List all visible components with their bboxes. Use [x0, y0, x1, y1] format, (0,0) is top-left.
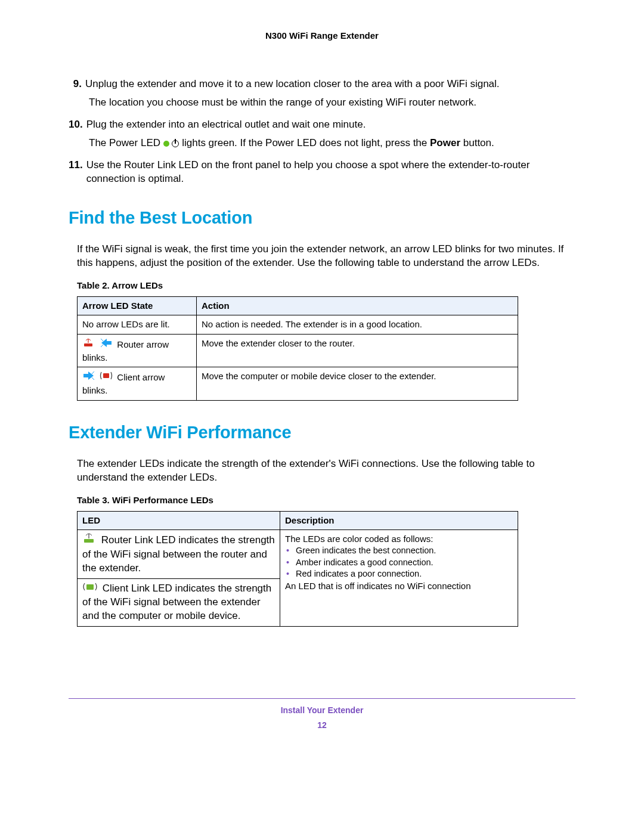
svg-line-6 [92, 371, 94, 374]
step-text: Use the Router Link LED on the front pan… [86, 159, 575, 186]
step-11: 11. Use the Router Link LED on the front… [69, 159, 575, 186]
desc-intro: The LEDs are color coded as follows: [285, 533, 513, 545]
svg-rect-9 [84, 539, 94, 543]
svg-marker-5 [83, 371, 94, 380]
green-led-dot-icon [163, 141, 169, 147]
table-row: Client arrow blinks. Move the computer o… [78, 367, 518, 400]
find-intro: If the WiFi signal is weak, the first ti… [77, 243, 575, 270]
router-red-icon [82, 338, 95, 351]
client-red-icon [100, 371, 113, 383]
table-row: Router Link LED indicates the strength o… [78, 530, 518, 579]
svg-marker-2 [101, 339, 112, 347]
cell-description: The LEDs are color coded as follows: Gre… [280, 530, 518, 627]
col-arrow-state: Arrow LED State [78, 297, 197, 315]
col-led: LED [78, 511, 280, 529]
arrow-leds-table: Arrow LED State Action No arrow LEDs are… [77, 296, 518, 400]
list-item: Amber indicates a good connection. [286, 557, 513, 569]
text-mid: lights green. If the Power LED does not … [182, 137, 430, 148]
col-description: Description [280, 511, 518, 529]
table3-caption: Table 3. WiFi Performance LEDs [77, 494, 575, 506]
step-9-sub: The location you choose must be within t… [89, 96, 575, 110]
cell-state: No arrow LEDs are lit. [78, 315, 197, 334]
led-client-text: Client Link LED indicates the strength o… [82, 583, 271, 621]
color-code-list: Green indicates the best connection. Amb… [285, 545, 513, 580]
list-item: Red indicates a poor connection. [286, 568, 513, 580]
page-number: 12 [69, 720, 575, 731]
table-header-row: LED Description [78, 511, 518, 529]
led-router-text: Router Link LED indicates the strength o… [82, 534, 275, 574]
client-link-green-icon [82, 582, 98, 596]
svg-line-3 [101, 339, 103, 341]
wifi-performance-table: LED Description Router Link LED indicate… [77, 511, 518, 627]
cell-action: No action is needed. The extender is in … [197, 315, 518, 334]
step-10: 10. Plug the extender into an electrical… [69, 118, 575, 132]
step-number: 9. [69, 78, 85, 91]
document-header: N300 WiFi Range Extender [69, 30, 575, 42]
step-10-sub: The Power LED lights green. If the Power… [89, 137, 575, 150]
svg-line-4 [101, 345, 103, 347]
table-header-row: Arrow LED State Action [78, 297, 518, 315]
cell-state: Router arrow blinks. [78, 334, 197, 367]
step-9: 9. Unplug the extender and move it to a … [69, 78, 575, 91]
heading-find-best-location: Find the Best Location [69, 206, 575, 230]
step-text: Plug the extender into an electrical out… [86, 118, 575, 132]
step-number: 11. [69, 159, 86, 186]
cell-action: Move the extender closer to the router. [197, 334, 518, 367]
heading-extender-wifi-performance: Extender WiFi Performance [69, 421, 575, 444]
cell-led-client: Client Link LED indicates the strength o… [78, 578, 280, 626]
table-row: No arrow LEDs are lit. No action is need… [78, 315, 518, 334]
power-icon [172, 140, 179, 147]
svg-rect-0 [84, 343, 92, 346]
text-bold: Power [430, 137, 460, 148]
text-pre: The Power LED [89, 137, 163, 148]
table-row: Router arrow blinks. Move the extender c… [78, 334, 518, 367]
arrow-blue-icon [100, 337, 113, 351]
step-text: Unplug the extender and move it to a new… [85, 78, 575, 91]
router-link-green-icon [82, 533, 97, 548]
text-post: button. [463, 137, 494, 148]
perf-intro: The extender LEDs indicate the strength … [77, 457, 575, 485]
step-number: 10. [69, 118, 86, 132]
svg-line-7 [92, 377, 94, 380]
cell-led-router: Router Link LED indicates the strength o… [78, 530, 280, 579]
desc-off: An LED that is off indicates no WiFi con… [285, 580, 513, 592]
list-item: Green indicates the best connection. [286, 545, 513, 557]
svg-rect-8 [103, 373, 109, 378]
table2-caption: Table 2. Arrow LEDs [77, 280, 575, 292]
arrow-blue-icon [82, 370, 95, 384]
cell-state: Client arrow blinks. [78, 367, 197, 400]
cell-action: Move the computer or mobile device close… [197, 367, 518, 400]
col-action: Action [197, 297, 518, 315]
page-footer: Install Your Extender 12 [69, 705, 575, 731]
footer-rule [69, 698, 575, 699]
footer-section: Install Your Extender [69, 705, 575, 716]
svg-rect-11 [86, 584, 94, 590]
